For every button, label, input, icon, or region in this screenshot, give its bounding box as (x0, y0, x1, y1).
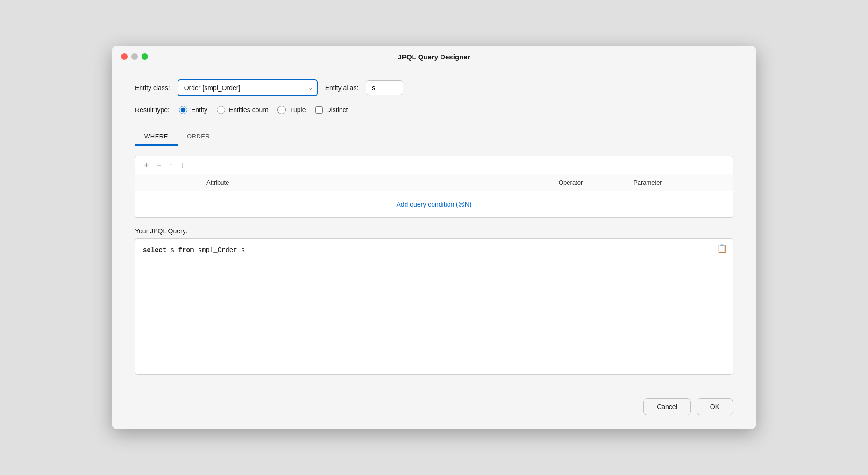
distinct-checkbox[interactable] (315, 106, 323, 114)
close-button[interactable] (121, 53, 128, 60)
conditions-table: + − ↑ ↓ Attribute Operator Parameter Add… (135, 156, 733, 218)
tab-order[interactable]: ORDER (178, 128, 219, 146)
query-alias: s (166, 246, 178, 254)
from-keyword: from (178, 246, 194, 254)
cancel-button[interactable]: Cancel (643, 398, 691, 415)
footer: Cancel OK (112, 389, 756, 429)
content-area: Entity class: Order [smpl_Order] ⌄ Entit… (112, 65, 756, 389)
result-type-row: Result type: Entity Entities count Tuple… (135, 106, 733, 114)
entity-alias-label: Entity alias: (325, 84, 359, 92)
tuple-radio[interactable] (277, 106, 286, 114)
query-box: 📋 select s from smpl_Order s (135, 238, 733, 375)
entity-class-select[interactable]: Order [smpl_Order] (178, 79, 318, 96)
move-down-button[interactable]: ↓ (178, 160, 187, 170)
entity-radio-label: Entity (191, 106, 207, 114)
traffic-lights (121, 53, 148, 60)
entity-alias-input[interactable] (366, 80, 403, 95)
main-window: JPQL Query Designer Entity class: Order … (112, 46, 756, 429)
col-parameter: Parameter (633, 179, 727, 186)
query-entity: smpl_Order s (194, 246, 245, 254)
entities-count-radio-label: Entities count (229, 106, 268, 114)
query-text: select s from smpl_Order s (143, 246, 725, 254)
col-attribute: Attribute (206, 179, 559, 186)
remove-condition-button[interactable]: − (154, 160, 164, 170)
query-label: Your JPQL Query: (135, 227, 733, 235)
table-toolbar: + − ↑ ↓ (135, 156, 733, 174)
select-keyword: select (143, 246, 166, 254)
entity-class-select-wrapper: Order [smpl_Order] ⌄ (178, 79, 318, 96)
result-type-label: Result type: (135, 106, 170, 114)
tabs: WHERE ORDER (135, 128, 733, 146)
distinct-checkbox-group[interactable]: Distinct (315, 106, 348, 114)
minimize-button[interactable] (131, 53, 138, 60)
tuple-radio-label: Tuple (290, 106, 306, 114)
distinct-label: Distinct (327, 106, 348, 114)
add-query-condition-link[interactable]: Add query condition (⌘N) (135, 191, 733, 217)
copy-query-button[interactable]: 📋 (717, 244, 727, 254)
title-bar: JPQL Query Designer (112, 46, 756, 65)
result-type-entities-count-option[interactable]: Entities count (217, 106, 268, 114)
col-empty (141, 179, 206, 186)
entity-class-label: Entity class: (135, 84, 170, 92)
table-header: Attribute Operator Parameter (135, 174, 733, 191)
col-operator: Operator (559, 179, 633, 186)
entity-radio[interactable] (179, 106, 187, 114)
maximize-button[interactable] (142, 53, 148, 60)
entities-count-radio[interactable] (217, 106, 225, 114)
query-section: Your JPQL Query: 📋 select s from smpl_Or… (135, 227, 733, 375)
entity-class-row: Entity class: Order [smpl_Order] ⌄ Entit… (135, 79, 733, 96)
result-type-tuple-option[interactable]: Tuple (277, 106, 306, 114)
result-type-entity-option[interactable]: Entity (179, 106, 207, 114)
add-condition-button[interactable]: + (141, 160, 152, 170)
move-up-button[interactable]: ↑ (166, 160, 176, 170)
ok-button[interactable]: OK (697, 398, 733, 415)
tab-where[interactable]: WHERE (135, 128, 178, 146)
window-title: JPQL Query Designer (398, 53, 470, 61)
